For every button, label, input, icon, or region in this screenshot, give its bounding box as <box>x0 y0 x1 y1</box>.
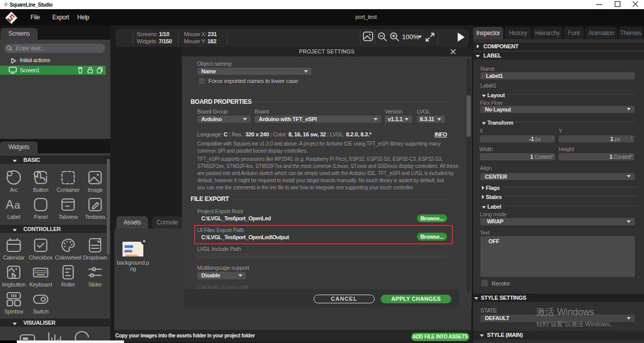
svg-text:a: a <box>14 199 20 211</box>
svg-text:A: A <box>6 197 14 211</box>
